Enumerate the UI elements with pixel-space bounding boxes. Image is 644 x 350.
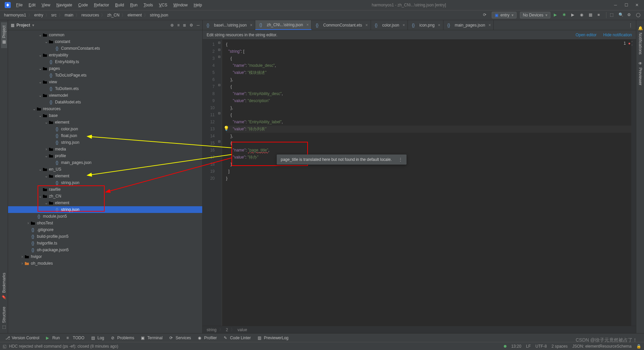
panel-settings-icon[interactable]: ⚙ [190, 23, 193, 28]
tool-log[interactable]: ▤Log [89, 335, 107, 341]
tool-terminal[interactable]: ▣Terminal [138, 335, 165, 341]
editor-breadcrumb[interactable]: string〉2〉value [203, 326, 636, 333]
tree-node[interactable]: ⌄element [8, 119, 202, 126]
editor-tab[interactable]: {}icon.png× [408, 20, 443, 30]
tree-node[interactable]: {}string.json [8, 206, 202, 213]
menu-tools[interactable]: Tools [141, 1, 156, 9]
tree-node[interactable]: ⌄viewmodel [8, 92, 202, 99]
tree-node[interactable]: {}ToDoListPage.ets [8, 72, 202, 79]
editor-crumb[interactable]: 2 [226, 327, 228, 332]
panel-hide-icon[interactable]: ─ [197, 23, 200, 28]
tree-node[interactable]: ⌄constant [8, 38, 202, 45]
banner-hide-link[interactable]: Hide notification [603, 33, 632, 37]
fold-gutter[interactable]: ⊟⊟⊟⊟⊟⊟ [217, 40, 222, 326]
run-config-selector[interactable]: ▣entry▾ [492, 12, 517, 18]
settings-icon[interactable]: ⚙ [627, 12, 633, 18]
sync-icon[interactable]: ⟳ [483, 12, 488, 18]
crumb[interactable]: element [126, 12, 143, 18]
debug-icon[interactable]: ✱ [562, 12, 568, 18]
attach-icon[interactable]: ▦ [589, 12, 594, 18]
project-tree[interactable]: ⌄common⌄constant{}CommonConstant.ets⌄ent… [8, 30, 202, 333]
tree-node[interactable]: ⌄element [8, 200, 202, 206]
side-tab-project[interactable]: ▦Project [1, 22, 7, 48]
tree-node[interactable]: {}EntryAbility.ts [8, 58, 202, 65]
collapse-icon[interactable]: ≣ [183, 23, 186, 28]
tree-node[interactable]: ⌄resources [8, 105, 202, 112]
close-tab-icon[interactable]: × [250, 23, 252, 28]
side-tab-notifications[interactable]: 🔔Notifications [637, 22, 643, 58]
menu-run[interactable]: Run [127, 1, 140, 9]
status-encoding[interactable]: UTF-8 [535, 344, 547, 349]
crumb[interactable]: zh_CN [106, 12, 121, 18]
side-tab-previewer[interactable]: 👁Previewer [637, 58, 643, 89]
editor-tab[interactable]: {}main_pages.json× [443, 20, 494, 30]
maximize-button[interactable]: ☐ [624, 3, 629, 7]
close-tab-icon[interactable]: × [306, 23, 309, 27]
tree-node[interactable]: {}string.json [8, 179, 202, 186]
crumb[interactable]: src [50, 12, 58, 18]
status-indent[interactable]: 2 spaces [551, 344, 568, 349]
tree-node[interactable]: {}DataModel.ets [8, 99, 202, 105]
tree-node[interactable]: ⌄profile [8, 152, 202, 159]
tool-run[interactable]: ▶Run [43, 335, 62, 341]
editor-tab[interactable]: {}CommonConstant.ets× [312, 20, 371, 30]
editor-tab[interactable]: {}zh_CN\...\string.json× [255, 20, 312, 30]
locate-icon[interactable]: ⊕ [170, 23, 174, 28]
close-tab-icon[interactable]: × [438, 23, 440, 28]
menu-code[interactable]: Code [75, 1, 91, 9]
run-icon[interactable]: ▶ [554, 12, 559, 18]
side-tab-structure[interactable]: ⬚Structure [1, 303, 7, 333]
side-tab-bookmarks[interactable]: 🔖Bookmarks [1, 269, 7, 303]
tree-node[interactable]: {}color.json [8, 126, 202, 132]
editor-tab[interactable]: {}base\...\string.json× [203, 20, 255, 30]
editor-crumb[interactable]: string [207, 327, 216, 332]
tree-node[interactable]: ⌄element [8, 173, 202, 179]
tree-node[interactable]: ⌄base [8, 112, 202, 119]
tree-node[interactable]: {}CommonConstant.ets [8, 45, 202, 52]
error-strip[interactable]: 1 ● ˄ ˅ [631, 40, 636, 326]
menu-file[interactable]: File [13, 1, 25, 9]
tree-node[interactable]: ›oh_modules [8, 260, 202, 267]
tree-node[interactable]: {}ToDoItem.ets [8, 85, 202, 92]
menu-edit[interactable]: Edit [26, 1, 38, 9]
tree-node[interactable]: {}module.json5 [8, 213, 202, 220]
tool-profiler[interactable]: ◉Profiler [195, 335, 220, 341]
close-tab-icon[interactable]: × [366, 23, 368, 28]
minimize-button[interactable]: ─ [613, 3, 618, 7]
tree-node[interactable]: {}main_pages.json [8, 159, 202, 166]
tree-node[interactable]: {}build-profile.json5 [8, 233, 202, 240]
error-nav[interactable]: ˄ ˅ [631, 41, 635, 48]
git-icon[interactable]: ⬚ [610, 12, 615, 18]
tree-node[interactable]: rawfile [8, 186, 202, 193]
status-caret[interactable]: 13:20 [511, 344, 521, 349]
tree-node[interactable]: ⌄pages [8, 65, 202, 72]
profile-icon[interactable]: ◉ [580, 12, 585, 18]
menu-refactor[interactable]: Refactor [91, 1, 112, 9]
search-icon[interactable]: 🔍 [619, 12, 624, 18]
tree-node[interactable]: {}hvigorfile.ts [8, 240, 202, 247]
tabs-more-icon[interactable]: ⋮ [625, 23, 636, 28]
banner-open-link[interactable]: Open editor [576, 33, 597, 37]
tooltip-more-icon[interactable]: ⋮ [398, 157, 402, 162]
status-schema[interactable]: JSON: elementResourceSchema [572, 344, 632, 349]
editor-tab[interactable]: {}color.json× [371, 20, 408, 30]
account-icon[interactable]: ◯ [636, 12, 641, 18]
menu-window[interactable]: Window [171, 1, 191, 9]
close-tab-icon[interactable]: × [402, 23, 405, 28]
stop-icon[interactable]: ■ [597, 12, 603, 18]
status-lock-icon[interactable]: 🔒 [636, 344, 641, 349]
tree-node[interactable]: ⌄en_US [8, 166, 202, 173]
tool-window-toggle-icon[interactable]: ◱ [3, 344, 6, 349]
menu-view[interactable]: View [39, 1, 53, 9]
tree-node[interactable]: ⌄entryability [8, 52, 202, 58]
menu-navigate[interactable]: Navigate [54, 1, 75, 9]
status-lineending[interactable]: LF [526, 344, 531, 349]
tree-node[interactable]: {}oh-package.json5 [8, 247, 202, 253]
tool-previewerlog[interactable]: ▥PreviewerLog [255, 335, 291, 341]
close-button[interactable]: ✕ [635, 3, 639, 7]
expand-icon[interactable]: ≡ [177, 23, 179, 28]
code-editor[interactable]: 1234567891011121314151617181920 ⊟⊟⊟⊟⊟⊟ {… [203, 40, 636, 326]
crumb[interactable]: entry [33, 12, 45, 18]
menu-vcs[interactable]: VCS [156, 1, 170, 9]
menu-build[interactable]: Build [112, 1, 127, 9]
